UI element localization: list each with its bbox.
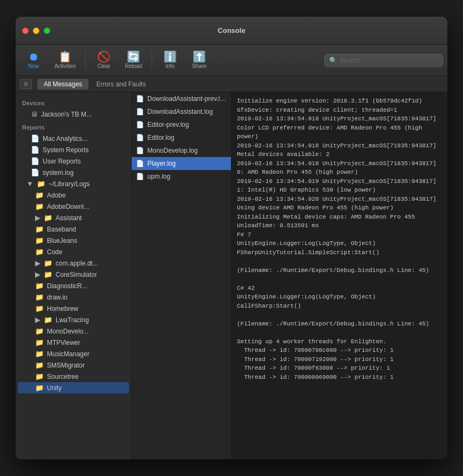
sidebar-item-drawio[interactable]: 📁 draw.io (18, 291, 129, 303)
file-item-6[interactable]: 📄 upm.log (132, 170, 231, 183)
folder-label-bluejeans: BlueJeans (47, 237, 77, 244)
console-window: Console ⏺ Now 📋 Activities 🚫 Clear 🔄 Rel… (16, 17, 447, 459)
log-line: Using device AMD Radeon Pro 455 (high po… (237, 203, 442, 213)
folder-label-coresimulator: CoreSimulator (56, 271, 97, 278)
file-label-3: Editor.log (147, 134, 174, 141)
window-title: Console (217, 26, 245, 35)
folder-label-lwatracing: LwaTracing (56, 316, 89, 324)
file-label-6: upm.log (147, 173, 171, 180)
clear-label: Clear (98, 63, 111, 69)
sidebar-item-homebrew[interactable]: 📁 Homebrew (18, 303, 129, 314)
sidebar-item-monodevelo[interactable]: 📁 MonoDevelo... (18, 325, 129, 337)
sidebar-item-coresimulator[interactable]: ▶ 📁 CoreSimulator (18, 269, 129, 280)
library-folder-icon: 📁 (37, 180, 45, 188)
log-line: Initialize engine version: 2018.3.1f1 (b… (237, 97, 442, 106)
now-button[interactable]: ⏺ Now (20, 49, 47, 71)
folder-icon-lwatracing: 📁 (44, 316, 52, 324)
log-output[interactable]: Initialize engine version: 2018.3.1f1 (b… (232, 92, 447, 459)
arrow-icon-comapple: ▶ (35, 259, 40, 267)
log-line: 0: AMD Radeon Pro 455 (high power) (237, 168, 442, 177)
reload-label: Reload (125, 63, 142, 69)
sidebar-toggle[interactable]: ⊞ (20, 79, 32, 89)
file-icon-4: 📄 (136, 147, 144, 154)
sidebar-item-assistant[interactable]: ▶ 📁 Assistant (18, 212, 129, 223)
file-item-3[interactable]: 📄 Editor.log (132, 131, 231, 144)
sidebar-item-baseband[interactable]: 📁 Baseband (18, 223, 129, 235)
sidebar-item-system-log[interactable]: 📄 system.log (18, 167, 129, 178)
file-item-1[interactable]: 📄 DownloadAssistant.log (132, 105, 231, 118)
reload-button[interactable]: 🔄 Reload (119, 49, 147, 71)
folder-label-smsmigrator: SMSMigrator (47, 362, 85, 369)
log-line: Initializing Metal device caps: AMD Rade… (237, 213, 442, 222)
info-button[interactable]: ℹ️ Info (156, 49, 183, 71)
info-label: Info (166, 63, 175, 69)
file-item-2[interactable]: 📄 Editor-prev.log (132, 118, 231, 131)
sidebar-item-smsmigrator[interactable]: 📁 SMSMigrator (18, 359, 129, 371)
log-line: 2019-02-16 13:34:54.920 UnityProject_mac… (237, 195, 442, 204)
sidebar-item-bluejeans[interactable]: 📁 BlueJeans (18, 235, 129, 246)
sidebar-item-unity[interactable]: 📁 Unity (18, 382, 129, 393)
search-icon: 🔍 (329, 57, 337, 64)
sidebar-item-adobedownl[interactable]: 📁 AdobeDownl... (18, 201, 129, 212)
sidebar-item-mtpviewer[interactable]: 📁 MTPViewer (18, 337, 129, 348)
folder-label-musicmanager: MusicManager (47, 350, 90, 358)
log-line: power) (237, 132, 442, 141)
minimize-button[interactable] (33, 28, 39, 34)
file-label-4: MonoDevelop.log (147, 147, 198, 154)
sidebar-item-mac-analytics[interactable]: 📄 Mac Analytics... (18, 133, 129, 144)
activities-button[interactable]: 📋 Activities (49, 49, 81, 71)
sidebar-item-device[interactable]: 🖥 Jackson's TB M... (18, 108, 129, 120)
log-line (237, 328, 442, 337)
sidebar-item-lwatracing[interactable]: ▶ 📁 LwaTracing (18, 314, 129, 325)
folder-icon-baseband: 📁 (35, 225, 44, 233)
sidebar-item-diagnosticr[interactable]: 📁 DiagnosticR... (18, 280, 129, 291)
sidebar-item-library-logs[interactable]: ▼ 📁 ~/Library/Logs (18, 178, 129, 189)
folder-icon-assistant: 📁 (44, 214, 52, 222)
titlebar: Console (16, 17, 447, 45)
tabbar: ⊞ All Messages Errors and Faults (16, 76, 447, 92)
folder-label-baseband: Baseband (47, 226, 76, 233)
arrow-icon-assistant: ▶ (35, 214, 40, 222)
log-line: 1: Intel(R) HD Graphics 530 (low power) (237, 186, 442, 195)
now-icon: ⏺ (28, 51, 39, 62)
file-item-5[interactable]: 📄 Player.log (132, 157, 231, 170)
sidebar-item-musicmanager[interactable]: 📁 MusicManager (18, 348, 129, 359)
file-icon-5: 📄 (136, 160, 144, 167)
clear-icon: 🚫 (97, 51, 111, 62)
folder-label-drawio: draw.io (47, 294, 67, 301)
folder-label-code: Code (47, 248, 63, 256)
folder-icon-comapple: 📁 (44, 259, 52, 267)
log-line: UnityEngine.Logger:Log(LogType, Object) (237, 293, 442, 302)
sidebar-item-sourcetree[interactable]: 📁 Sourcetree (18, 371, 129, 382)
info-icon: ℹ️ (164, 51, 177, 62)
folder-icon-mtpviewer: 📁 (35, 338, 44, 346)
sidebar-item-code[interactable]: 📁 Code (18, 246, 129, 257)
report-icon-4: 📄 (31, 168, 39, 176)
log-line: (Filename: ./Runtime/Export/Debug.bindin… (237, 319, 442, 329)
file-item-0[interactable]: 📄 DownloadAssistant-prev.log (132, 92, 231, 105)
search-input[interactable] (339, 57, 438, 64)
tab-errors-faults[interactable]: Errors and Faults (90, 79, 152, 90)
share-button[interactable]: ⬆️ Share (186, 49, 213, 71)
log-line: Metal devices available: 2 (237, 150, 442, 159)
sidebar-item-comapple[interactable]: ▶ 📁 com.apple.dt... (18, 257, 129, 269)
device-name: Jackson's TB M... (41, 111, 92, 118)
folder-icon-unity: 📁 (35, 384, 44, 392)
sidebar-item-user-reports[interactable]: 📄 User Reports (18, 155, 129, 167)
main-content: Devices 🖥 Jackson's TB M... Reports 📄 Ma… (16, 92, 447, 459)
maximize-button[interactable] (44, 28, 50, 34)
report-icon-2: 📄 (31, 146, 39, 154)
clear-button[interactable]: 🚫 Clear (90, 49, 117, 71)
close-button[interactable] (22, 28, 29, 34)
log-line: CallFSharp:Start() (237, 302, 442, 311)
log-line: (Filename: ./Runtime/Export/Debug.bindin… (237, 266, 442, 275)
tab-all-messages[interactable]: All Messages (37, 79, 88, 90)
file-item-4[interactable]: 📄 MonoDevelop.log (132, 144, 231, 157)
folder-label-adobe: Adobe (47, 192, 66, 199)
log-line: F# 7 (237, 230, 442, 240)
sidebar-item-system-reports[interactable]: 📄 System Reports (18, 144, 129, 155)
sidebar-item-adobe[interactable]: 📁 Adobe (18, 189, 129, 201)
log-line: FSharpUnityTutorial.SimpleScript:Start() (237, 248, 442, 257)
log-line: Thread -> id: 700008069000 --> priority:… (237, 373, 442, 382)
search-box[interactable]: 🔍 (324, 54, 443, 67)
